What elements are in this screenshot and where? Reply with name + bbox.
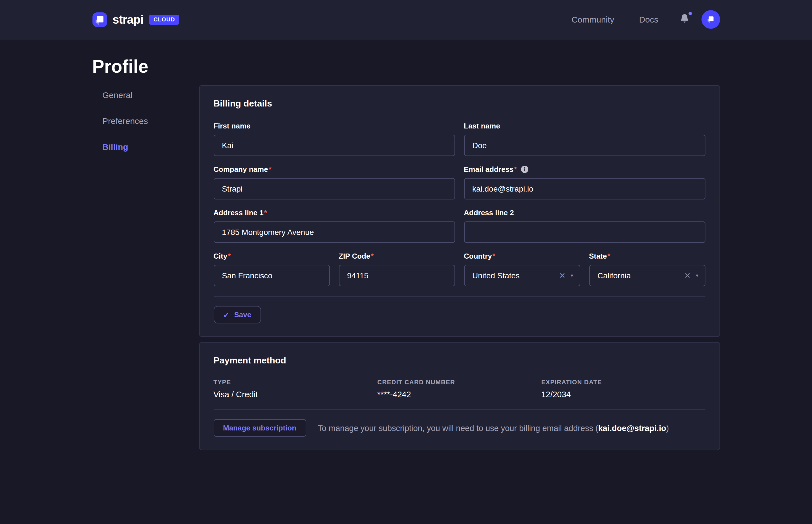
email-input[interactable]: [464, 178, 705, 199]
brand[interactable]: strapi CLOUD: [92, 12, 180, 27]
save-button-label: Save: [234, 310, 251, 319]
address-line2-input[interactable]: [464, 222, 705, 243]
form-divider: [213, 296, 705, 297]
nav-link-community[interactable]: Community: [572, 15, 614, 24]
bell-icon: [680, 14, 689, 26]
billing-email-highlight: kai.doe@strapi.io: [598, 423, 666, 432]
zip-code-field: ZIP Code*: [339, 252, 455, 286]
last-name-field: Last name: [464, 122, 705, 156]
payment-method-card: Payment method TYPE Visa / Credit CREDIT…: [199, 342, 720, 450]
clear-icon[interactable]: ✕: [684, 272, 690, 279]
required-mark: *: [228, 252, 230, 260]
required-mark: *: [514, 165, 517, 174]
first-name-field: First name: [213, 122, 455, 156]
page-content: Profile General Preferences Billing Bill…: [92, 39, 720, 450]
required-mark: *: [608, 252, 610, 260]
strapi-avatar-icon: [706, 15, 715, 24]
save-button[interactable]: ✓ Save: [213, 306, 261, 323]
state-select-value: California: [598, 271, 684, 280]
main-column: Billing details First name Last name: [199, 85, 720, 450]
expiration-date-label: EXPIRATION DATE: [541, 379, 705, 386]
payment-type-value: Visa / Credit: [213, 390, 377, 399]
info-icon: i: [521, 166, 528, 173]
card-number-value: ****-4242: [377, 390, 541, 399]
top-navbar: strapi CLOUD Community Docs: [0, 0, 812, 39]
country-select[interactable]: United States ✕ ▾: [464, 265, 580, 286]
first-name-input[interactable]: [213, 135, 455, 156]
user-avatar[interactable]: [701, 10, 720, 29]
country-select-value: United States: [472, 271, 559, 280]
payment-method-title: Payment method: [213, 356, 705, 366]
manage-subscription-label: Manage subscription: [223, 424, 296, 432]
payment-divider: [213, 409, 705, 410]
city-field: City*: [213, 252, 330, 286]
company-name-label: Company name*: [213, 165, 455, 174]
address-line2-label: Address line 2: [464, 209, 705, 217]
expiration-date-value: 12/2034: [541, 390, 705, 399]
address-line2-field: Address line 2: [464, 209, 705, 243]
manage-subscription-button[interactable]: Manage subscription: [213, 419, 306, 437]
sidebar-item-preferences[interactable]: Preferences: [92, 108, 199, 133]
notifications-button[interactable]: [680, 14, 689, 26]
state-field: State* California ✕ ▾: [589, 252, 705, 286]
page-title: Profile: [92, 55, 720, 78]
last-name-input[interactable]: [464, 135, 705, 156]
state-select[interactable]: California ✕ ▾: [589, 265, 705, 286]
city-label: City*: [213, 252, 330, 260]
chevron-down-icon: ▾: [696, 273, 698, 278]
required-mark: *: [264, 209, 267, 217]
profile-sidebar: General Preferences Billing: [92, 82, 199, 450]
country-field: Country* United States ✕ ▾: [464, 252, 580, 286]
card-number-label: CREDIT CARD NUMBER: [377, 379, 541, 386]
city-input[interactable]: [213, 265, 330, 286]
email-label: Email address* i: [464, 165, 705, 174]
payment-type-cell: TYPE Visa / Credit: [213, 379, 377, 399]
card-number-cell: CREDIT CARD NUMBER ****-4242: [377, 379, 541, 399]
strapi-logo-icon: [92, 12, 107, 27]
billing-details-card: Billing details First name Last name: [199, 85, 720, 337]
billing-details-title: Billing details: [213, 99, 705, 109]
brand-wordmark: strapi: [112, 13, 144, 26]
required-mark: *: [493, 252, 495, 260]
address-line1-label: Address line 1*: [213, 209, 455, 217]
expiration-date-cell: EXPIRATION DATE 12/2034: [541, 379, 705, 399]
zip-code-label: ZIP Code*: [339, 252, 455, 260]
state-label: State*: [589, 252, 705, 260]
nav-link-docs[interactable]: Docs: [639, 15, 658, 24]
navbar-links: Community Docs: [572, 10, 720, 29]
notification-dot: [688, 12, 691, 15]
address-line1-field: Address line 1*: [213, 209, 455, 243]
payment-summary: TYPE Visa / Credit CREDIT CARD NUMBER **…: [213, 379, 705, 399]
chevron-down-icon: ▾: [571, 273, 573, 278]
sidebar-item-general[interactable]: General: [92, 82, 199, 108]
cloud-badge: CLOUD: [149, 14, 180, 24]
company-name-field: Company name*: [213, 165, 455, 199]
required-mark: *: [371, 252, 373, 260]
last-name-label: Last name: [464, 122, 705, 130]
email-field: Email address* i: [464, 165, 705, 199]
country-label: Country*: [464, 252, 580, 260]
subscription-note: To manage your subscription, you will ne…: [318, 423, 669, 432]
check-icon: ✓: [223, 310, 229, 319]
first-name-label: First name: [213, 122, 455, 130]
sidebar-item-billing[interactable]: Billing: [92, 133, 199, 160]
required-mark: *: [269, 165, 271, 174]
clear-icon[interactable]: ✕: [559, 272, 565, 279]
company-name-input[interactable]: [213, 178, 455, 199]
address-line1-input[interactable]: [213, 222, 455, 243]
zip-code-input[interactable]: [339, 265, 455, 286]
app-root: strapi CLOUD Community Docs: [0, 0, 812, 524]
payment-type-label: TYPE: [213, 379, 377, 386]
